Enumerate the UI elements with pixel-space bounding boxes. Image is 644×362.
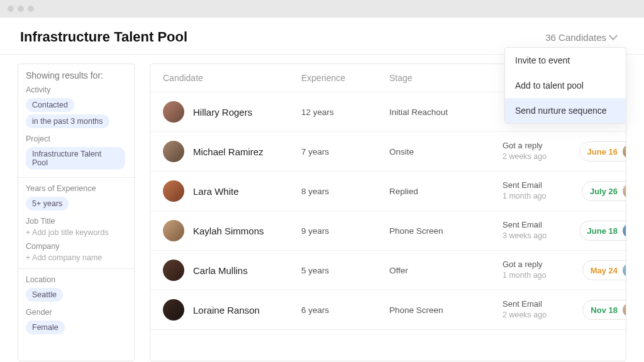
experience-cell: 5 years xyxy=(301,266,389,275)
filter-pill-yoe[interactable]: 5+ years xyxy=(26,197,69,211)
assignee-avatar xyxy=(623,263,626,277)
filter-yoe-label: Years of Experience xyxy=(26,184,126,193)
chevron-down-icon xyxy=(609,31,618,40)
experience-cell: 12 years xyxy=(301,107,389,117)
sidebar-showing-label: Showing results for: xyxy=(26,70,126,80)
candidate-cell: Michael Ramirez xyxy=(163,141,301,162)
date-chip[interactable]: Nov 18 xyxy=(582,300,626,320)
avatar xyxy=(163,260,184,281)
stage-cell: Phone Screen xyxy=(389,305,502,315)
table-row[interactable]: Carla Mullins5 yearsOfferGot a reply1 mo… xyxy=(150,251,626,290)
activity-cell: Sent Email1 month ago xyxy=(502,180,578,201)
filter-pill-gender[interactable]: Female xyxy=(26,321,65,334)
candidate-cell: Lara White xyxy=(163,180,301,202)
date-chip[interactable]: July 26 xyxy=(582,181,626,201)
candidate-name: Lara White xyxy=(193,186,239,197)
avatar xyxy=(163,180,184,202)
activity-time: 2 weeks ago xyxy=(502,151,578,162)
candidate-cell: Loraine Ranson xyxy=(163,299,301,321)
add-jobtitle-link[interactable]: + Add job title keywords xyxy=(26,228,126,237)
candidate-count-dropdown[interactable]: 36 Candidates xyxy=(545,32,624,43)
assignee-avatar xyxy=(623,145,626,158)
assignee-avatar xyxy=(623,224,626,238)
filter-location-label: Location xyxy=(26,275,126,284)
activity-status: Sent Email xyxy=(502,299,578,310)
filters-sidebar: Showing results for: Activity Contacted … xyxy=(18,63,135,361)
assignee-avatar xyxy=(623,184,626,198)
candidate-cell: Kaylah Simmons xyxy=(163,220,301,241)
filter-pill-project[interactable]: Infrastructure Talent Pool xyxy=(26,147,125,170)
col-stage: Stage xyxy=(389,73,502,83)
stage-cell: Offer xyxy=(389,266,502,275)
activity-time: 1 month ago xyxy=(502,191,578,201)
activity-cell: Got a reply2 weeks ago xyxy=(502,141,578,162)
candidate-name: Hillary Rogers xyxy=(193,107,252,118)
assignee-avatar xyxy=(623,303,626,317)
stage-cell: Onsite xyxy=(389,147,502,156)
filter-pill-location[interactable]: Seattle xyxy=(26,288,63,302)
candidate-name: Carla Mullins xyxy=(193,265,248,276)
dropdown-add-pool[interactable]: Add to talent pool xyxy=(505,73,626,98)
date-label: July 26 xyxy=(590,187,618,196)
experience-cell: 8 years xyxy=(301,187,389,196)
experience-cell: 7 years xyxy=(301,147,389,156)
activity-time: 1 month ago xyxy=(502,270,578,280)
actions-dropdown-menu: Invite to event Add to talent pool Send … xyxy=(504,47,626,124)
candidate-name: Loraine Ranson xyxy=(193,305,260,315)
date-label: June 18 xyxy=(587,226,618,236)
table-row[interactable]: Lara White8 yearsRepliedSent Email1 mont… xyxy=(150,172,626,211)
filter-pill-timeframe[interactable]: in the past 3 months xyxy=(26,114,109,128)
candidate-name: Michael Ramirez xyxy=(193,146,264,157)
activity-status: Sent Email xyxy=(502,220,578,231)
table-row[interactable]: Loraine Ranson6 yearsPhone ScreenSent Em… xyxy=(150,290,626,330)
date-cell: Nov 18 xyxy=(578,300,626,320)
activity-status: Sent Email xyxy=(502,180,578,191)
experience-cell: 6 years xyxy=(301,305,389,315)
activity-cell: Sent Email2 weeks ago xyxy=(502,299,578,320)
candidate-cell: Carla Mullins xyxy=(163,260,301,281)
filter-pill-contacted[interactable]: Contacted xyxy=(26,98,74,112)
col-experience: Experience xyxy=(301,73,389,83)
date-cell: June 18 xyxy=(578,221,626,241)
col-candidate: Candidate xyxy=(163,73,301,83)
date-cell: July 26 xyxy=(578,181,626,201)
dropdown-send-nurture[interactable]: Send nurture sequence xyxy=(505,98,626,123)
traffic-light-min[interactable] xyxy=(18,6,24,12)
traffic-light-max[interactable] xyxy=(28,6,34,12)
filter-company-label: Company xyxy=(26,242,126,251)
table-row[interactable]: Kaylah Simmons9 yearsPhone ScreenSent Em… xyxy=(150,211,626,251)
page-title: Infrastructure Talent Pool xyxy=(20,29,187,45)
filter-activity-label: Activity xyxy=(26,85,126,94)
candidate-cell: Hillary Rogers xyxy=(163,101,301,123)
activity-status: Got a reply xyxy=(502,141,578,151)
date-cell: May 24 xyxy=(578,260,626,280)
activity-cell: Sent Email3 weeks ago xyxy=(502,220,578,241)
filter-project-label: Project xyxy=(26,134,126,143)
dropdown-invite-event[interactable]: Invite to event xyxy=(505,48,626,73)
date-chip[interactable]: June 18 xyxy=(579,221,626,241)
table-row[interactable]: Michael Ramirez7 yearsOnsiteGot a reply2… xyxy=(150,132,626,172)
experience-cell: 9 years xyxy=(301,226,389,236)
activity-time: 3 weeks ago xyxy=(502,231,578,241)
window-titlebar xyxy=(0,0,644,18)
date-chip[interactable]: June 16 xyxy=(579,141,626,162)
activity-status: Got a reply xyxy=(502,260,578,270)
candidate-name: Kaylah Simmons xyxy=(193,226,264,236)
date-chip[interactable]: May 24 xyxy=(582,260,626,280)
date-label: Nov 18 xyxy=(591,305,618,315)
activity-time: 2 weeks ago xyxy=(502,310,578,320)
add-company-link[interactable]: + Add company name xyxy=(26,253,126,262)
stage-cell: Replied xyxy=(389,187,502,196)
candidate-count-label: 36 Candidates xyxy=(545,32,606,43)
activity-cell: Got a reply1 month ago xyxy=(502,260,578,280)
avatar xyxy=(163,141,184,162)
filter-jobtitle-label: Job Title xyxy=(26,217,126,226)
filter-gender-label: Gender xyxy=(26,308,126,317)
avatar xyxy=(163,220,184,241)
traffic-light-close[interactable] xyxy=(8,6,14,12)
avatar xyxy=(163,101,184,123)
date-label: May 24 xyxy=(591,266,618,275)
date-label: June 16 xyxy=(587,147,618,156)
stage-cell: Phone Screen xyxy=(389,226,502,236)
date-cell: June 16 xyxy=(578,141,626,162)
